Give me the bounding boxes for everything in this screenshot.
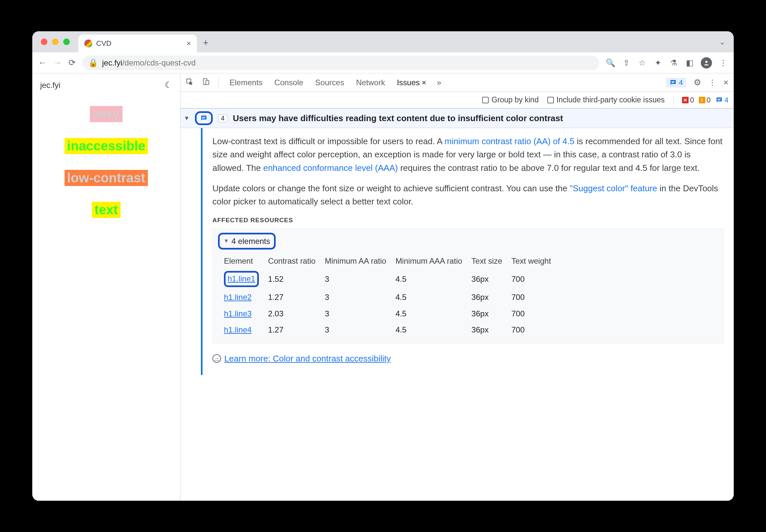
col-min-aaa: Minimum AAA ratio <box>396 253 472 269</box>
url-host: jec.fyi <box>102 58 122 67</box>
element-link[interactable]: h1.line3 <box>224 309 251 318</box>
theme-toggle-icon[interactable]: ☾ <box>165 80 172 90</box>
highlight-element-count[interactable]: ▼ 4 elements <box>218 233 276 250</box>
issues-count-badge[interactable]: 4 <box>666 78 686 88</box>
back-button[interactable]: ← <box>38 58 47 68</box>
bookmark-icon[interactable]: ☆ <box>638 58 647 67</box>
reload-button[interactable]: ⟳ <box>68 58 76 68</box>
more-tabs-icon[interactable]: » <box>437 78 441 87</box>
tab-close-icon[interactable]: × <box>422 78 427 87</box>
cell-aaa: 4.5 <box>396 289 472 305</box>
sample-word-1: very <box>90 106 122 122</box>
warning-count: !0 <box>699 96 711 104</box>
element-link[interactable]: h1.line4 <box>224 325 251 334</box>
svg-rect-4 <box>672 81 675 82</box>
element-link[interactable]: h1.line2 <box>224 293 251 302</box>
col-text-weight: Text weight <box>512 253 560 269</box>
cell-wt: 700 <box>512 289 560 305</box>
cell-size: 36px <box>472 289 512 305</box>
cell-cr: 2.03 <box>268 306 325 322</box>
device-toggle-icon[interactable] <box>202 78 209 87</box>
close-window-button[interactable] <box>41 39 47 45</box>
link-aa-ratio[interactable]: minimum contrast ratio (AA) of 4.5 <box>445 136 574 146</box>
cell-cr: 1.52 <box>268 269 325 289</box>
profile-avatar[interactable] <box>701 57 712 68</box>
settings-icon[interactable]: ⚙ <box>694 77 701 88</box>
cell-size: 36px <box>472 269 512 289</box>
toolbar: ← → ⟳ 🔒 jec.fyi/demo/cds-quest-cvd 🔍 ⇪ ☆… <box>32 52 734 73</box>
tab-console[interactable]: Console <box>273 78 304 87</box>
tab-close-icon[interactable]: × <box>186 39 191 48</box>
svg-point-0 <box>705 61 708 63</box>
message-count: 4 <box>715 96 728 104</box>
learn-more-link[interactable]: → Learn more: Color and contrast accessi… <box>212 352 391 365</box>
group-by-kind-checkbox[interactable]: Group by kind <box>482 95 539 104</box>
table-row: h1.line2 1.27 3 4.5 36px 700 <box>218 289 560 305</box>
third-party-checkbox[interactable]: Include third-party cookie issues <box>547 95 665 104</box>
content-area: jec.fyi ☾ very inaccessible low-contrast… <box>32 73 734 501</box>
link-aaa-level[interactable]: enhanced conformance level (AAA) <box>263 163 398 173</box>
table-row: h1.line4 1.27 3 4.5 36px 700 <box>218 322 560 338</box>
tab-sources[interactable]: Sources <box>314 78 345 87</box>
inspect-icon[interactable] <box>186 78 193 87</box>
cell-aa: 3 <box>325 306 396 322</box>
table-header-row: Element Contrast ratio Minimum AA ratio … <box>218 253 560 269</box>
cell-aa: 3 <box>325 269 396 289</box>
error-count: ✕0 <box>682 96 694 104</box>
link-suggest-color[interactable]: "Suggest color" feature <box>570 183 657 193</box>
sample-word-3: low-contrast <box>65 170 148 186</box>
lock-icon: 🔒 <box>88 58 98 67</box>
cell-aa: 3 <box>325 289 396 305</box>
issues-filter-bar: Group by kind Include third-party cookie… <box>180 92 734 108</box>
overflow-menu-icon[interactable]: ⋮ <box>719 58 728 67</box>
sidepanel-icon[interactable]: ◧ <box>685 58 694 67</box>
forward-button[interactable]: → <box>53 58 62 68</box>
new-tab-button[interactable]: + <box>203 37 209 48</box>
highlight-issue-icon <box>195 111 213 125</box>
cell-wt: 700 <box>512 269 560 289</box>
svg-rect-6 <box>718 99 721 99</box>
cell-cr: 1.27 <box>268 289 325 305</box>
zoom-icon[interactable]: 🔍 <box>606 58 615 67</box>
element-link[interactable]: h1.line1 <box>227 274 255 283</box>
svg-rect-8 <box>202 117 205 118</box>
svg-rect-9 <box>202 118 204 119</box>
tab-elements[interactable]: Elements <box>228 78 264 87</box>
titlebar: CVD × + ⌄ <box>32 31 734 52</box>
extensions-icon[interactable]: ✦ <box>653 58 663 67</box>
cell-size: 36px <box>472 322 512 338</box>
window-controls <box>41 39 70 45</box>
issue-header[interactable]: ▼ 4 Users may have difficulties reading … <box>180 108 734 128</box>
svg-rect-5 <box>672 82 674 83</box>
share-icon[interactable]: ⇪ <box>622 58 631 67</box>
address-bar[interactable]: 🔒 jec.fyi/demo/cds-quest-cvd <box>82 56 599 70</box>
issue-counts: ✕0 !0 4 <box>682 96 728 104</box>
issue-paragraph-1: Low-contrast text is difficult or imposs… <box>212 135 724 174</box>
close-devtools-icon[interactable]: × <box>724 77 728 88</box>
cell-aaa: 4.5 <box>396 306 472 322</box>
labs-icon[interactable]: ⚗ <box>669 58 678 67</box>
table-row: h1.line3 2.03 3 4.5 36px 700 <box>218 306 560 322</box>
tab-title: CVD <box>96 39 111 48</box>
cell-wt: 700 <box>512 322 560 338</box>
rendered-page: jec.fyi ☾ very inaccessible low-contrast… <box>32 73 180 501</box>
svg-rect-7 <box>718 100 720 100</box>
col-min-aa: Minimum AA ratio <box>325 253 396 269</box>
disclosure-triangle-icon[interactable]: ▼ <box>224 237 229 245</box>
affected-elements-table: Element Contrast ratio Minimum AA ratio … <box>218 253 560 338</box>
minimize-window-button[interactable] <box>52 39 59 45</box>
col-element: Element <box>218 253 268 269</box>
devtools-tabs: Elements Console Sources Network Issues×… <box>180 73 734 92</box>
zoom-window-button[interactable] <box>63 39 70 45</box>
kebab-menu-icon[interactable]: ⋮ <box>708 78 716 87</box>
table-row: h1.line1 1.52 3 4.5 36px 700 <box>218 269 560 289</box>
tab-network[interactable]: Network <box>355 78 386 87</box>
disclosure-triangle-icon[interactable]: ▼ <box>184 115 190 122</box>
cell-aaa: 4.5 <box>396 269 472 289</box>
tab-issues[interactable]: Issues× <box>396 78 428 87</box>
tab-list-button[interactable]: ⌄ <box>719 38 725 46</box>
site-name: jec.fyi <box>40 81 60 90</box>
browser-tab[interactable]: CVD × <box>78 35 197 52</box>
issue-title: Users may have difficulties reading text… <box>233 113 563 123</box>
affected-resources-box: ▼ 4 elements Element Contrast ratio Mini… <box>212 228 724 344</box>
